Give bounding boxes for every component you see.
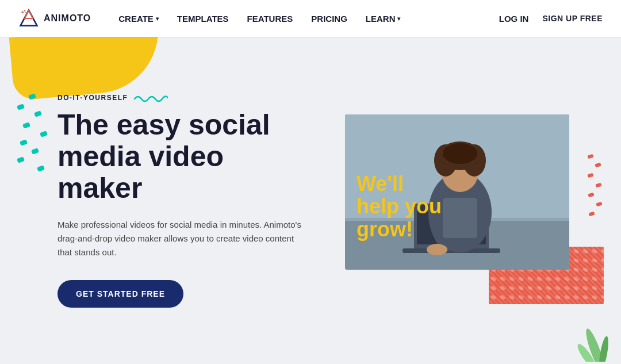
hero-section: DO-IT-YOURSELF The easy social media vid…: [0, 37, 621, 364]
chevron-down-icon: ▾: [156, 16, 159, 22]
navbar: ANIMOTO CREATE ▾ TEMPLATES FEATURES PRIC…: [0, 0, 621, 37]
chevron-down-icon-2: ▾: [397, 16, 400, 22]
nav-pricing[interactable]: PRICING: [311, 14, 347, 24]
svg-point-3: [24, 10, 25, 12]
svg-rect-19: [443, 198, 477, 238]
nav-right: LOG IN SIGN UP FREE: [499, 14, 603, 24]
nav-learn[interactable]: LEARN ▾: [366, 14, 401, 24]
hero-image-container: We'll help you grow!: [345, 114, 586, 287]
image-overlay: We'll help you grow!: [345, 114, 569, 270]
hero-subtitle: Make professional videos for social medi…: [57, 218, 305, 259]
squiggle-decoration: [133, 93, 168, 102]
nav-links: CREATE ▾ TEMPLATES FEATURES PRICING LEAR…: [118, 14, 499, 24]
logo-icon: [18, 8, 39, 29]
svg-rect-28: [588, 212, 595, 216]
nav-features[interactable]: FEATURES: [247, 14, 293, 24]
yellow-blob-decoration: [9, 37, 164, 101]
image-overlay-text: We'll help you grow!: [356, 173, 442, 241]
svg-rect-25: [595, 183, 601, 187]
svg-point-4: [25, 12, 26, 13]
svg-rect-27: [596, 202, 602, 206]
login-link[interactable]: LOG IN: [499, 14, 529, 24]
hero-eyebrow: DO-IT-YOURSELF: [57, 93, 305, 102]
logo-text: ANIMOTO: [44, 13, 91, 24]
hero-title: The easy social media video maker: [57, 109, 305, 204]
leaves-svg: [575, 304, 615, 362]
svg-rect-22: [587, 154, 593, 159]
logo[interactable]: ANIMOTO: [18, 8, 91, 29]
hero-content: DO-IT-YOURSELF The easy social media vid…: [0, 93, 305, 308]
right-dots-decoration: [586, 152, 604, 223]
nav-templates[interactable]: TEMPLATES: [177, 14, 229, 24]
svg-point-2: [21, 11, 24, 13]
svg-rect-23: [595, 163, 601, 167]
svg-rect-24: [587, 173, 593, 178]
svg-rect-26: [588, 193, 594, 197]
svg-point-16: [443, 143, 477, 164]
nav-create[interactable]: CREATE ▾: [118, 14, 159, 24]
svg-point-18: [427, 244, 447, 255]
scatter-dots-right: [586, 152, 604, 221]
get-started-button[interactable]: GET STARTED FREE: [57, 280, 183, 308]
green-leaves-decoration: [575, 304, 615, 364]
hero-image: We'll help you grow!: [345, 114, 569, 270]
hero-image-wrapper: We'll help you grow!: [345, 114, 586, 287]
signup-link[interactable]: SIGN UP FREE: [542, 14, 603, 23]
